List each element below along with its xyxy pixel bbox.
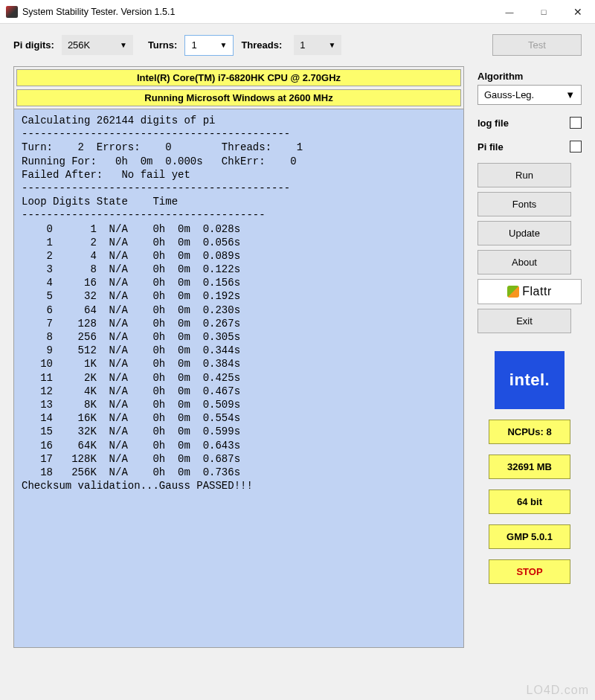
threads-value: 1 [300,39,305,51]
turns-label: Turns: [148,39,177,51]
os-banner: Running Microsoft Windows at 2600 MHz [16,89,461,106]
algorithm-value: Gauss-Leg. [484,89,534,100]
intel-logo: intel. [495,351,565,409]
update-button[interactable]: Update [477,221,571,245]
arch-badge: 64 bit [489,489,570,514]
window-title: System Stability Tester. Version 1.5.1 [22,7,492,17]
chevron-down-icon: ▼ [219,41,227,49]
pifile-label: Pi file [477,141,504,152]
pi-digits-label: Pi digits: [13,39,54,51]
watermark: LO4D.com [527,684,589,697]
titlebar: System Stability Tester. Version 1.5.1 —… [0,0,595,24]
app-icon [6,6,18,18]
chevron-down-icon: ▼ [328,41,335,49]
test-button[interactable]: Test [492,34,582,56]
flattr-button[interactable]: Flattr [477,279,582,304]
flattr-label: Flattr [522,285,551,298]
fonts-button[interactable]: Fonts [477,192,571,216]
algorithm-dropdown[interactable]: Gauss-Leg. ▼ [477,85,582,105]
ncpus-badge: NCPUs: 8 [489,420,570,444]
top-controls: Pi digits: 256K ▼ Turns: 1 ▼ Threads: 1 … [13,34,582,56]
cpu-banner: Intel(R) Core(TM) i7-6820HK CPU @ 2.70GH… [16,69,461,86]
flattr-icon [507,286,519,298]
close-button[interactable]: ✕ [561,0,595,23]
turns-dropdown[interactable]: 1 ▼ [184,35,234,56]
chevron-down-icon: ▼ [565,89,575,100]
algorithm-label: Algorithm [477,71,582,82]
turns-value: 1 [191,39,196,51]
pi-digits-dropdown[interactable]: 256K ▼ [62,35,133,55]
memory-badge: 32691 MB [489,455,570,479]
console-output: Calculating 262144 digits of pi --------… [13,109,464,648]
pifile-checkbox[interactable] [570,141,582,152]
about-button[interactable]: About [477,250,571,274]
maximize-button[interactable]: □ [527,0,561,23]
exit-button[interactable]: Exit [477,309,571,333]
gmp-badge: GMP 5.0.1 [489,524,570,549]
stop-badge: STOP [489,559,570,584]
logfile-checkbox[interactable] [570,117,582,129]
threads-label: Threads: [241,39,282,51]
chevron-down-icon: ▼ [120,41,127,49]
run-button[interactable]: Run [477,163,571,187]
minimize-button[interactable]: — [492,0,527,23]
logfile-label: log file [477,118,509,129]
threads-dropdown[interactable]: 1 ▼ [294,35,341,55]
pi-digits-value: 256K [68,39,90,51]
